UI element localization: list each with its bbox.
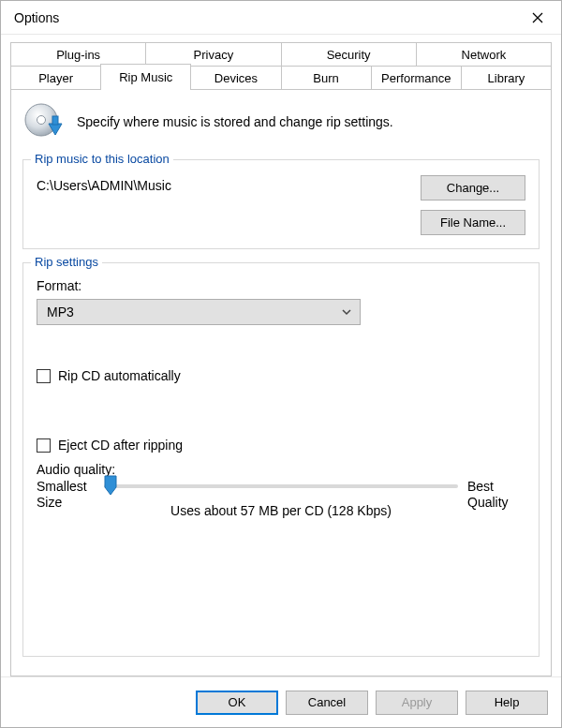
audio-quality-slider-track[interactable] <box>104 484 458 488</box>
rip-auto-label: Rip CD automatically <box>58 368 181 383</box>
svg-point-3 <box>37 116 46 125</box>
change-location-button[interactable]: Change... <box>421 175 525 201</box>
group-rip-location: Rip music to this location C:\Users\ADMI… <box>22 159 540 249</box>
audio-quality-info: Uses about 57 MB per CD (128 Kbps) <box>104 503 458 518</box>
options-dialog: Options Plug-ins Privacy Security Networ… <box>0 0 562 728</box>
group-rip-settings: Rip settings Format: MP3 Rip CD automati… <box>22 262 540 657</box>
rip-disc-icon <box>22 101 64 142</box>
eject-checkbox[interactable] <box>37 438 51 453</box>
eject-label: Eject CD after ripping <box>58 438 183 453</box>
tab-rip-music[interactable]: Rip Music <box>100 64 191 90</box>
tab-performance[interactable]: Performance <box>371 66 462 90</box>
tab-network[interactable]: Network <box>416 42 552 67</box>
tab-burn[interactable]: Burn <box>281 66 372 90</box>
close-icon <box>532 12 543 23</box>
apply-button: Apply <box>376 691 458 715</box>
window-title: Options <box>14 10 59 25</box>
rip-location-path: C:\Users\ADMIN\Music <box>37 175 171 193</box>
tab-control: Plug-ins Privacy Security Network Player… <box>10 42 552 676</box>
svg-rect-4 <box>52 116 58 125</box>
titlebar: Options <box>1 1 561 35</box>
eject-row: Eject CD after ripping <box>37 438 525 453</box>
help-button[interactable]: Help <box>466 691 548 715</box>
close-button[interactable] <box>524 7 552 29</box>
tab-devices[interactable]: Devices <box>190 66 281 90</box>
header-description: Specify where music is stored and change… <box>77 114 393 129</box>
slider-label-best: Best Quality <box>467 479 525 511</box>
rip-auto-row: Rip CD automatically <box>37 368 525 383</box>
cancel-button[interactable]: Cancel <box>286 691 368 715</box>
format-dropdown[interactable]: MP3 <box>37 299 361 325</box>
rip-auto-checkbox[interactable] <box>37 369 51 383</box>
tab-library[interactable]: Library <box>461 66 552 90</box>
dialog-button-bar: OK Cancel Apply Help <box>1 676 561 727</box>
format-dropdown-value: MP3 <box>47 305 74 319</box>
group-rip-settings-legend: Rip settings <box>31 255 102 269</box>
tab-panel-rip-music: Specify where music is stored and change… <box>10 89 552 676</box>
slider-label-smallest: Smallest Size <box>37 479 95 511</box>
chevron-down-icon <box>341 306 352 318</box>
group-rip-location-legend: Rip music to this location <box>31 152 173 166</box>
format-label: Format: <box>37 278 525 293</box>
file-name-button[interactable]: File Name... <box>421 210 525 235</box>
ok-button[interactable]: OK <box>196 691 278 715</box>
tab-security[interactable]: Security <box>281 42 417 67</box>
audio-quality-slider-thumb[interactable] <box>104 475 117 496</box>
audio-quality-slider-wrap: Smallest Size Uses abou <box>37 479 525 518</box>
tab-player[interactable]: Player <box>10 66 101 90</box>
